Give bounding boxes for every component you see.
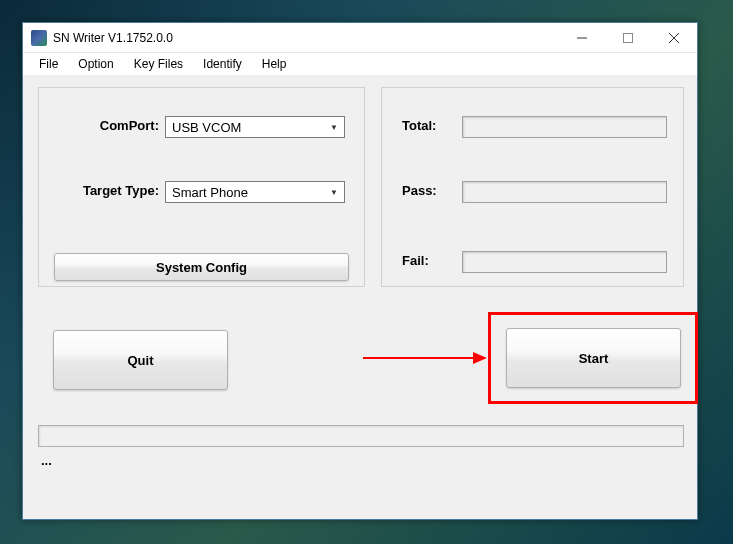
chevron-down-icon: ▼ [326,118,342,136]
target-type-select[interactable]: Smart Phone ▼ [165,181,345,203]
total-field [462,116,667,138]
menu-identify[interactable]: Identify [193,54,252,74]
titlebar[interactable]: SN Writer V1.1752.0.0 [23,23,697,53]
stats-group: Total: Pass: Fail: [381,87,684,287]
minimize-button[interactable] [559,23,605,52]
svg-marker-5 [473,352,487,364]
app-icon [31,30,47,46]
menu-file[interactable]: File [29,54,68,74]
target-type-label: Target Type: [64,183,159,198]
chevron-down-icon: ▼ [326,183,342,201]
maximize-button[interactable] [605,23,651,52]
client-area: ComPort: USB VCOM ▼ Target Type: Smart P… [23,75,697,519]
close-icon [669,33,679,43]
menu-option[interactable]: Option [68,54,123,74]
window-controls [559,23,697,52]
fail-field [462,251,667,273]
system-config-button[interactable]: System Config [54,253,349,281]
config-group: ComPort: USB VCOM ▼ Target Type: Smart P… [38,87,365,287]
maximize-icon [623,33,633,43]
fail-label: Fail: [402,253,452,268]
start-button[interactable]: Start [506,328,681,388]
minimize-icon [577,33,587,43]
pass-field [462,181,667,203]
status-text: ... [41,453,52,468]
target-type-value: Smart Phone [172,185,248,200]
annotation-arrow-icon [363,348,493,368]
menu-help[interactable]: Help [252,54,297,74]
comport-label: ComPort: [64,118,159,133]
window-title: SN Writer V1.1752.0.0 [53,31,559,45]
start-label: Start [579,351,609,366]
quit-button[interactable]: Quit [53,330,228,390]
comport-value: USB VCOM [172,120,241,135]
svg-rect-1 [624,33,633,42]
total-label: Total: [402,118,452,133]
app-window: SN Writer V1.1752.0.0 File Option Key Fi… [22,22,698,520]
progress-bar [38,425,684,447]
comport-select[interactable]: USB VCOM ▼ [165,116,345,138]
quit-label: Quit [128,353,154,368]
system-config-label: System Config [156,260,247,275]
menubar: File Option Key Files Identify Help [23,53,697,75]
close-button[interactable] [651,23,697,52]
menu-keyfiles[interactable]: Key Files [124,54,193,74]
pass-label: Pass: [402,183,452,198]
